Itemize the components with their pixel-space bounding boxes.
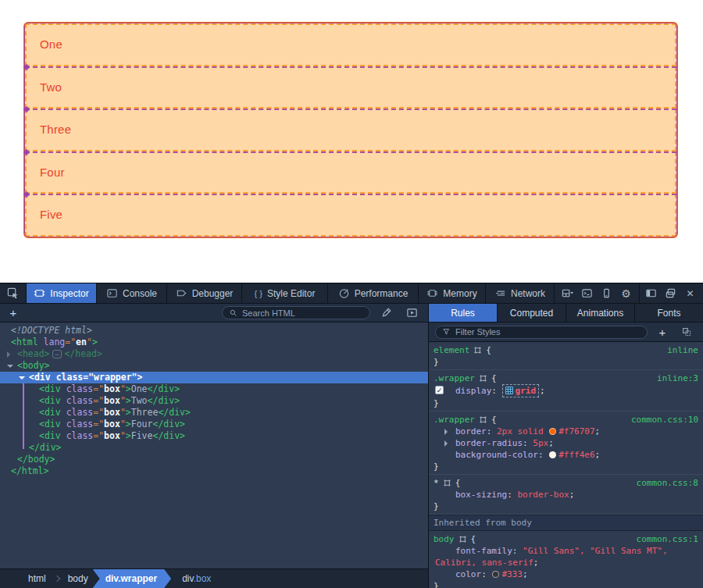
rule-selector[interactable]: .wrapper — [434, 414, 475, 426]
markup-view-button[interactable] — [402, 304, 422, 323]
search-input[interactable]: Search HTML — [222, 306, 370, 319]
markup-row[interactable]: <div class="box">Five</div> — [0, 430, 428, 442]
sidebar-tab-computed[interactable]: Computed — [498, 304, 566, 322]
inspector-icon — [34, 287, 45, 299]
css-declaration[interactable]: Calibri, sans-serif; — [434, 557, 698, 568]
markup-row[interactable]: <div class="box">Three</div> — [0, 407, 428, 419]
markup-token: One — [131, 383, 148, 394]
rule-selector[interactable]: * — [434, 477, 439, 489]
rule-source-link[interactable]: common.css:10 — [631, 414, 698, 426]
markup-token: Four — [131, 419, 153, 429]
markup-token: =" — [93, 419, 104, 429]
property-name: border-radius — [455, 438, 523, 448]
css-declaration[interactable]: background-color: #fff4e6; — [434, 449, 698, 461]
markup-row[interactable]: </body> — [0, 454, 428, 465]
markup-row[interactable]: <div class="box">One</div> — [0, 383, 428, 395]
property-value: Calibri, sans-serif — [435, 558, 533, 568]
css-declaration[interactable]: box-sizing: border-box; — [434, 489, 698, 501]
color-swatch[interactable] — [549, 428, 556, 435]
property-value: border-box — [517, 490, 569, 500]
collapsed-content-ellipsis[interactable]: … — [52, 350, 62, 358]
sidebar-tab-rules[interactable]: Rules — [429, 304, 498, 322]
tab-console[interactable]: Console — [97, 283, 167, 303]
markup-row[interactable]: <head>…</head> — [0, 348, 428, 360]
tab-network[interactable]: Network — [486, 283, 555, 303]
color-swatch[interactable] — [549, 451, 556, 458]
property-value: #333 — [501, 569, 523, 579]
close-button[interactable]: ✕ — [680, 283, 700, 304]
css-declaration[interactable]: ✓display: grid; — [434, 384, 698, 397]
breadcrumb-item-html[interactable]: html — [20, 573, 54, 584]
grid-box-four: Four — [25, 151, 676, 194]
breadcrumb-item-div-box[interactable]: div.box — [171, 573, 219, 584]
expand-arrow-icon[interactable] — [19, 376, 25, 380]
markup-row[interactable]: <div class="box">Four</div> — [0, 419, 428, 430]
color-swatch[interactable] — [492, 571, 499, 578]
markup-row[interactable]: <div class="box">Two</div> — [0, 395, 428, 407]
dock-side-button[interactable] — [641, 283, 661, 304]
markup-row[interactable]: <!DOCTYPE html> — [0, 325, 428, 337]
sidebar-tab-fonts[interactable]: Fonts — [635, 304, 703, 322]
rule-source-link[interactable]: common.css:1 — [637, 533, 698, 545]
pick-element-button[interactable] — [0, 283, 27, 303]
add-node-button[interactable]: + — [6, 306, 20, 319]
tab-memory[interactable]: Memory — [419, 283, 486, 303]
markup-row[interactable]: </div> — [0, 442, 428, 454]
split-console-button[interactable] — [577, 283, 597, 304]
markup-token: " — [132, 372, 137, 383]
expand-shorthand-icon[interactable] — [444, 440, 448, 447]
rule-source-link[interactable]: inline:3 — [657, 372, 698, 384]
rule-selector[interactable]: element — [434, 344, 469, 356]
rule-selector[interactable]: body — [434, 533, 455, 545]
colon: : — [523, 438, 533, 448]
tab-style-editor[interactable]: { }Style Editor — [242, 283, 328, 303]
rule-selector[interactable]: .wrapper — [434, 372, 475, 384]
markup-row[interactable]: <body> — [0, 360, 428, 372]
rule-source-link[interactable]: common.css:8 — [637, 477, 698, 489]
filter-styles-input[interactable]: Filter Styles — [435, 326, 648, 339]
expand-arrow-icon[interactable] — [7, 365, 13, 368]
markup-row[interactable]: </html> — [0, 465, 428, 477]
responsive-mode-icon — [601, 287, 612, 299]
breadcrumb-item-div-wrapper[interactable]: div.wrapper — [93, 569, 171, 588]
css-rule: body{common.css:1font-family: "Gill Sans… — [429, 531, 703, 588]
markup-row[interactable]: <div class="wrapper"> — [0, 372, 428, 383]
css-declaration[interactable]: border: 2px solid #f76707; — [434, 426, 698, 437]
iframe-picker-button[interactable] — [558, 283, 577, 304]
highlight-selector-icon[interactable] — [459, 535, 467, 543]
highlight-selector-icon[interactable] — [479, 374, 487, 383]
tab-performance[interactable]: Performance — [328, 283, 419, 303]
separate-window-button[interactable] — [661, 283, 680, 304]
settings-button[interactable]: ⚙ — [616, 283, 636, 304]
responsive-mode-button[interactable] — [597, 283, 616, 304]
breadcrumb-item-body[interactable]: body — [60, 573, 96, 584]
markup-token: en — [76, 337, 87, 347]
toggle-classes-button[interactable] — [677, 322, 697, 342]
add-rule-button[interactable]: + — [655, 326, 669, 339]
markup-row[interactable]: <html lang="en"> — [0, 337, 428, 348]
markup-token: <html — [11, 337, 38, 347]
eyedropper-button[interactable] — [376, 304, 396, 323]
declaration-checkbox[interactable]: ✓ — [435, 386, 444, 394]
expand-shorthand-icon[interactable] — [444, 429, 448, 435]
iframe-picker-icon — [562, 287, 573, 299]
rule-header: .wrapper{inline:3 — [434, 372, 698, 384]
expand-arrow-icon[interactable] — [7, 351, 10, 358]
css-rule: .wrapper{inline:3✓display: grid;} — [429, 370, 703, 412]
chevron-right-icon — [53, 576, 59, 582]
markup-pane: + Search HTML <!DOCTYPE html><html lang=… — [0, 304, 429, 588]
css-declaration[interactable]: font-family: "Gill Sans", "Gill Sans MT"… — [434, 545, 698, 557]
css-declaration[interactable]: border-radius: 5px; — [434, 437, 698, 449]
tab-debugger[interactable]: Debugger — [167, 283, 242, 303]
css-rule: *{common.css:8box-sizing: border-box;} — [429, 475, 703, 515]
highlight-selector-icon[interactable] — [473, 346, 482, 355]
sidebar-tab-animations[interactable]: Animations — [566, 304, 635, 322]
tab-inspector[interactable]: Inspector — [27, 283, 97, 303]
highlight-selector-icon[interactable] — [479, 415, 487, 424]
markup-token: <div — [39, 430, 61, 441]
css-declaration[interactable]: color: #333; — [434, 568, 698, 580]
highlight-selector-icon[interactable] — [443, 479, 451, 487]
rule-source-link[interactable]: inline — [667, 344, 698, 356]
markup-token: class — [51, 372, 84, 383]
grid-toggle[interactable]: grid — [502, 384, 540, 397]
